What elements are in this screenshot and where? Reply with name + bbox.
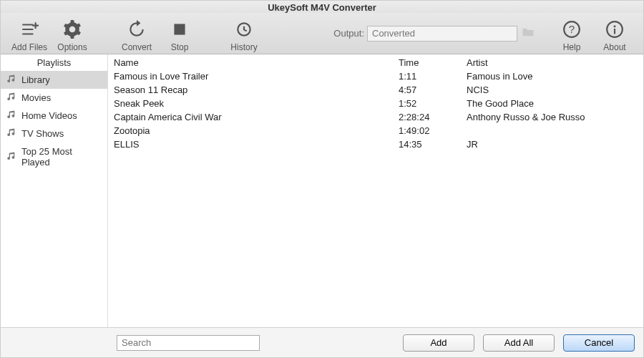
table-row[interactable]: Season 11 Recap4:57NCIS	[108, 83, 643, 97]
cell-artist: Famous in Love	[467, 71, 639, 82]
content: Name Time Artist Famous in Love Trailer1…	[108, 54, 643, 327]
playlist-icon	[6, 128, 17, 139]
cell-name: Season 11 Recap	[112, 84, 399, 95]
cell-artist: JR	[467, 139, 639, 150]
svg-rect-0	[174, 24, 185, 34]
add-files-button[interactable]: Add Files	[8, 15, 51, 52]
cell-name: Zootopia	[112, 125, 399, 136]
table-row[interactable]: Zootopia1:49:02	[108, 124, 643, 137]
cell-name: ELLIS	[112, 139, 399, 150]
table-row[interactable]: Famous in Love Trailer1:11Famous in Love	[108, 69, 643, 83]
search-input[interactable]	[117, 335, 260, 351]
table-body: Famous in Love Trailer1:11Famous in Love…	[108, 69, 643, 327]
col-header-artist[interactable]: Artist	[467, 57, 639, 68]
sidebar-item-label: TV Shows	[21, 128, 64, 139]
help-label: Help	[563, 42, 581, 52]
history-icon	[235, 20, 253, 41]
table-header: Name Time Artist	[108, 54, 643, 69]
sidebar-item-home-videos[interactable]: Home Videos	[1, 107, 107, 125]
output-label: Output:	[333, 28, 364, 39]
svg-point-4	[613, 25, 615, 27]
sidebar-item-library[interactable]: Library	[1, 71, 107, 89]
cancel-button[interactable]: Cancel	[563, 334, 635, 352]
add-files-label: Add Files	[11, 42, 47, 52]
footer: Add Add All Cancel	[1, 327, 643, 357]
options-button[interactable]: Options	[51, 15, 94, 52]
table-row[interactable]: Captain America Civil War2:28:24Anthony …	[108, 110, 643, 124]
cell-time: 4:57	[399, 84, 467, 95]
col-header-name[interactable]: Name	[112, 57, 399, 68]
cell-name: Famous in Love Trailer	[112, 71, 399, 82]
add-files-icon	[20, 20, 39, 41]
gear-icon	[63, 20, 82, 41]
cell-artist: Anthony Russo & Joe Russo	[467, 112, 639, 122]
cell-name: Sneak Peek	[112, 98, 399, 109]
help-button[interactable]: ? Help	[550, 15, 593, 52]
svg-text:?: ?	[569, 23, 575, 35]
main-area: Playlists LibraryMoviesHome VideosTV Sho…	[1, 54, 643, 327]
folder-icon	[522, 27, 535, 39]
info-icon	[605, 20, 624, 41]
toolbar: Add Files Options Convert Stop History O…	[1, 13, 643, 54]
sidebar-item-label: Movies	[21, 92, 51, 103]
cell-time: 1:11	[399, 71, 467, 82]
cell-time: 2:28:24	[399, 112, 467, 122]
playlist-icon	[6, 92, 17, 103]
stop-button[interactable]: Stop	[158, 15, 201, 52]
help-icon: ?	[562, 20, 581, 41]
playlist-icon	[6, 74, 17, 85]
convert-icon	[127, 20, 146, 41]
window-title: UkeySoft M4V Converter	[1, 1, 643, 13]
sidebar-item-label: Library	[21, 74, 50, 85]
stop-icon	[170, 20, 189, 41]
cell-artist: NCIS	[467, 84, 639, 95]
history-button[interactable]: History	[223, 15, 265, 52]
playlist-icon	[6, 110, 17, 121]
convert-button[interactable]: Convert	[115, 15, 158, 52]
history-label: History	[230, 42, 257, 52]
convert-label: Convert	[122, 42, 152, 52]
browse-folder-button[interactable]	[520, 26, 536, 42]
add-button[interactable]: Add	[403, 334, 474, 352]
sidebar-header: Playlists	[1, 54, 107, 71]
sidebar-item-label: Home Videos	[21, 110, 77, 121]
cell-time: 14:35	[399, 139, 467, 150]
sidebar-item-top-25-most-played[interactable]: Top 25 Most Played	[1, 142, 107, 171]
playlist-icon	[6, 152, 17, 163]
options-label: Options	[57, 42, 87, 52]
sidebar-item-label: Top 25 Most Played	[21, 146, 102, 168]
sidebar-item-movies[interactable]: Movies	[1, 89, 107, 107]
svg-rect-5	[614, 28, 615, 34]
sidebar: Playlists LibraryMoviesHome VideosTV Sho…	[1, 54, 108, 327]
about-label: About	[603, 42, 625, 52]
col-header-time[interactable]: Time	[399, 57, 467, 68]
cell-artist: The Good Place	[467, 98, 639, 109]
stop-label: Stop	[171, 42, 189, 52]
cell-name: Captain America Civil War	[112, 112, 399, 122]
cell-time: 1:49:02	[399, 125, 467, 136]
sidebar-item-tv-shows[interactable]: TV Shows	[1, 125, 107, 142]
output-group: Output: Converted	[333, 26, 536, 42]
table-row[interactable]: Sneak Peek1:52The Good Place	[108, 97, 643, 110]
about-button[interactable]: About	[593, 15, 636, 52]
add-all-button[interactable]: Add All	[483, 334, 555, 352]
cell-time: 1:52	[399, 98, 467, 109]
cell-artist	[467, 125, 639, 136]
output-path-field[interactable]: Converted	[367, 26, 517, 42]
table-row[interactable]: ELLIS14:35JR	[108, 137, 643, 151]
